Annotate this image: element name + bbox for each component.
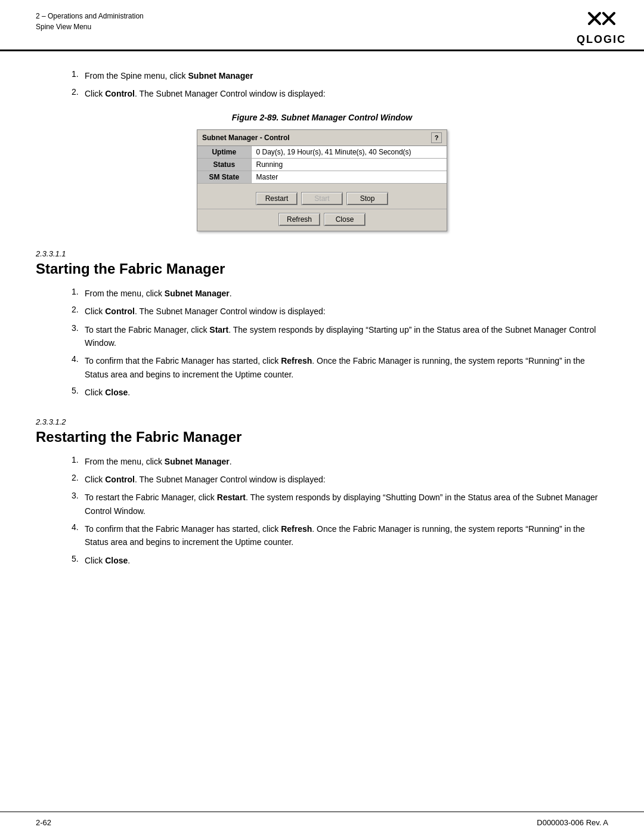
section2-steps: 1. From the menu, click Subnet Manager. … <box>72 455 608 568</box>
intro-step-1: 1. From the Spine menu, click Subnet Man… <box>72 69 608 82</box>
close-button[interactable]: Close <box>324 213 366 226</box>
section2-step-4: 4. To confirm that the Fabric Manager ha… <box>72 522 608 549</box>
logo: QLOGIC <box>577 11 626 46</box>
section1-title: Starting the Fabric Manager <box>36 261 608 277</box>
dialog-spacer <box>197 184 447 188</box>
dialog-row-smstate: SM State Master <box>197 171 447 183</box>
intro-step-2: 2. Click Control. The Subnet Manager Con… <box>72 87 608 100</box>
main-content: 1. From the Spine menu, click Subnet Man… <box>0 51 644 590</box>
dialog-titlebar: Subnet Manager - Control ? <box>197 130 447 146</box>
figure-caption: Figure 2-89. Subnet Manager Control Wind… <box>232 113 412 122</box>
intro-step-2-body: Click Control. The Subnet Manager Contro… <box>85 87 326 100</box>
section1-step-1: 1. From the menu, click Subnet Manager. <box>72 287 608 300</box>
dialog-buttons-row2: Refresh Close <box>197 209 447 231</box>
dialog-value-status: Running <box>251 158 447 171</box>
start-button[interactable]: Start <box>301 192 343 205</box>
dialog-label-smstate: SM State <box>197 171 251 183</box>
section1-step-5: 5. Click Close. <box>72 386 608 399</box>
section1-number: 2.3.3.1.1 <box>36 249 608 258</box>
section2-step-3: 3. To restart the Fabric Manager, click … <box>72 491 608 518</box>
dialog-help-button[interactable]: ? <box>431 132 442 143</box>
footer-doc-ref: D000003-006 Rev. A <box>537 818 608 827</box>
intro-steps: 1. From the Spine menu, click Subnet Man… <box>72 69 608 101</box>
dialog-title: Subnet Manager - Control <box>202 134 290 142</box>
dialog-value-uptime: 0 Day(s), 19 Hour(s), 41 Minute(s), 40 S… <box>251 146 447 159</box>
dialog-buttons-row1: Restart Start Stop <box>197 188 447 209</box>
section1-step-3: 3. To start the Fabric Manager, click St… <box>72 323 608 350</box>
section1-steps: 1. From the menu, click Subnet Manager. … <box>72 287 608 400</box>
logo-text: QLOGIC <box>577 33 626 46</box>
section2-step-1: 1. From the menu, click Subnet Manager. <box>72 455 608 468</box>
dialog-label-status: Status <box>197 158 251 171</box>
header-line1: 2 – Operations and Administration <box>36 11 144 21</box>
section1-step-2: 2. Click Control. The Subnet Manager Con… <box>72 305 608 318</box>
section2-number: 2.3.3.1.2 <box>36 417 608 426</box>
dialog-row-status: Status Running <box>197 158 447 171</box>
intro-step-1-body: From the Spine menu, click Subnet Manage… <box>85 69 253 82</box>
section2-step-5: 5. Click Close. <box>72 554 608 567</box>
dialog-window: Subnet Manager - Control ? Uptime 0 Day(… <box>197 129 447 231</box>
stop-button[interactable]: Stop <box>346 192 388 205</box>
intro-step-1-num: 1. <box>72 69 85 82</box>
page-footer: 2-62 D000003-006 Rev. A <box>0 812 644 833</box>
footer-page-number: 2-62 <box>36 818 51 827</box>
dialog-body: Uptime 0 Day(s), 19 Hour(s), 41 Minute(s… <box>197 146 447 184</box>
section2-title: Restarting the Fabric Manager <box>36 429 608 445</box>
refresh-button[interactable]: Refresh <box>278 213 320 226</box>
restart-button[interactable]: Restart <box>256 192 298 205</box>
dialog-table: Uptime 0 Day(s), 19 Hour(s), 41 Minute(s… <box>197 146 447 184</box>
intro-step-2-num: 2. <box>72 87 85 100</box>
dialog-value-smstate: Master <box>251 171 447 183</box>
figure-container: Figure 2-89. Subnet Manager Control Wind… <box>36 113 608 231</box>
section2-step-2: 2. Click Control. The Subnet Manager Con… <box>72 473 608 486</box>
header-line2: Spine View Menu <box>36 21 144 32</box>
section1-step-4: 4. To confirm that the Fabric Manager ha… <box>72 354 608 381</box>
header-text: 2 – Operations and Administration Spine … <box>36 11 144 32</box>
dialog-row-uptime: Uptime 0 Day(s), 19 Hour(s), 41 Minute(s… <box>197 146 447 159</box>
dialog-label-uptime: Uptime <box>197 146 251 159</box>
page-header: 2 – Operations and Administration Spine … <box>0 0 644 51</box>
qlogic-icon <box>587 11 617 33</box>
